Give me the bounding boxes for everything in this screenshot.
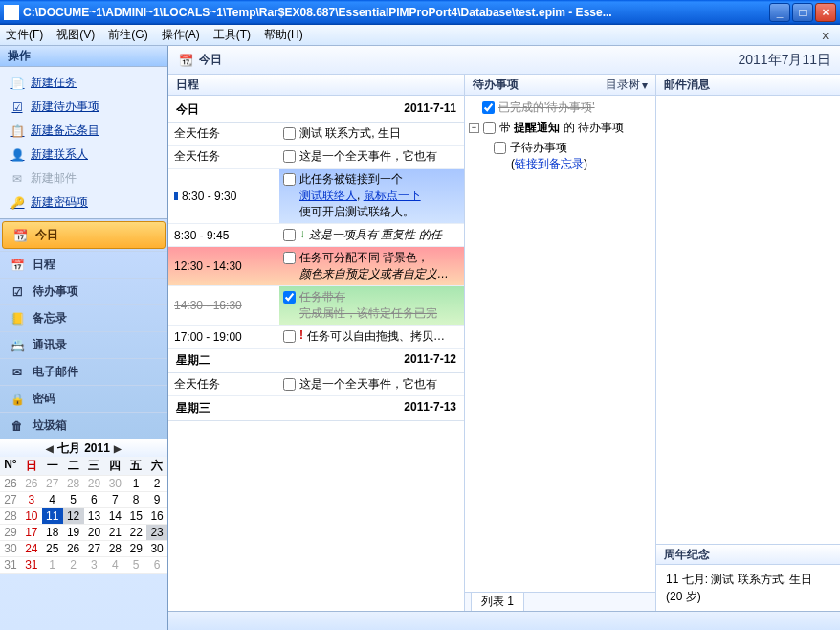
page-date: 2011年7月11日 (738, 52, 830, 69)
close-button[interactable]: × (815, 3, 836, 22)
cal-day[interactable]: 1 (125, 476, 146, 492)
cal-day[interactable]: 26 (63, 541, 84, 557)
row6-checkbox[interactable] (283, 291, 296, 304)
nav-password[interactable]: 🔒密码 (0, 385, 167, 412)
cal-day[interactable]: 30 (146, 541, 167, 557)
note-link[interactable]: 链接到备忘录 (515, 157, 584, 170)
click-link[interactable]: 鼠标点一下 (364, 189, 421, 202)
op-new-task[interactable]: 📄新建任务 (0, 71, 167, 95)
cal-day[interactable]: 10 (21, 508, 42, 525)
cal-next-icon[interactable]: ▶ (114, 443, 122, 454)
cal-day[interactable]: 29 (84, 476, 105, 492)
row5-checkbox[interactable] (283, 252, 296, 264)
todo-header: 待办事项目录树▾ (465, 75, 655, 96)
cal-day[interactable]: 13 (84, 508, 105, 525)
todo-icon: ☑ (10, 100, 25, 115)
cal-day[interactable]: 26 (21, 476, 42, 492)
cal-day[interactable]: 28 (63, 476, 84, 492)
row4-checkbox[interactable] (283, 229, 296, 241)
menu-go[interactable]: 前往(G) (108, 27, 147, 43)
maximize-button[interactable]: □ (792, 3, 813, 22)
op-new-note[interactable]: 📋新建备忘条目 (0, 119, 167, 143)
nav-notes[interactable]: 📒备忘录 (0, 304, 167, 331)
todo-done-checkbox[interactable] (482, 101, 495, 114)
cal-day[interactable]: 3 (21, 492, 42, 508)
cal-day[interactable]: 17 (21, 525, 42, 541)
tue-row-checkbox[interactable] (283, 378, 296, 391)
cal-day[interactable]: 28 (104, 541, 125, 557)
cal-day[interactable]: 31 (21, 557, 42, 574)
cal-day[interactable]: 25 (42, 541, 63, 557)
cal-day[interactable]: 6 (84, 492, 105, 508)
cal-day[interactable]: 1 (42, 557, 63, 574)
cal-day[interactable]: 2 (146, 476, 167, 492)
cal-day[interactable]: 12 (63, 508, 84, 525)
cal-day[interactable]: 16 (146, 508, 167, 525)
nav-trash[interactable]: 🗑垃圾箱 (0, 412, 167, 439)
cal-day[interactable]: 15 (125, 508, 146, 525)
nav-contacts[interactable]: 📇通讯录 (0, 331, 167, 358)
menu-view[interactable]: 视图(V) (56, 27, 95, 43)
nav-email[interactable]: ✉电子邮件 (0, 358, 167, 385)
cal-day[interactable]: 4 (42, 492, 63, 508)
row1-checkbox[interactable] (283, 127, 296, 140)
cal-day[interactable]: 27 (84, 541, 105, 557)
cal-header: 日 (21, 457, 42, 476)
trash-icon: 🗑 (10, 418, 25, 434)
cal-day[interactable]: 7 (104, 492, 125, 508)
cal-day[interactable]: 3 (84, 557, 105, 574)
op-new-password[interactable]: 🔑新建密码项 (0, 191, 167, 214)
cal-day[interactable]: 9 (146, 492, 167, 508)
email-icon: ✉ (10, 365, 25, 380)
calendar-icon: 📅 (10, 258, 25, 273)
cal-day[interactable]: 11 (42, 508, 63, 525)
cal-day[interactable]: 22 (125, 525, 146, 541)
cal-day[interactable]: 5 (125, 557, 146, 574)
todo-view-label[interactable]: 目录树 (606, 77, 640, 93)
cal-day[interactable]: 14 (104, 508, 125, 525)
app-icon (4, 5, 19, 20)
tree-collapse-icon[interactable]: − (469, 123, 479, 133)
cal-day[interactable]: 4 (104, 557, 125, 574)
op-new-todo[interactable]: ☑新建待办事项 (0, 95, 167, 119)
cal-weekno: 27 (0, 492, 21, 508)
contact-link[interactable]: 测试联络人 (299, 189, 357, 202)
cal-year: 2011 (84, 441, 110, 455)
cal-header: 一 (42, 457, 63, 476)
cal-day[interactable]: 8 (125, 492, 146, 508)
cal-weekno: 26 (0, 476, 21, 492)
menu-help[interactable]: 帮助(H) (264, 27, 303, 43)
cal-day[interactable]: 5 (63, 492, 84, 508)
todo-list-tab[interactable]: 列表 1 (471, 593, 524, 612)
todo-child-checkbox[interactable] (494, 142, 506, 154)
op-new-contact[interactable]: 👤新建联系人 (0, 143, 167, 167)
todo-reminder-checkbox[interactable] (483, 122, 496, 134)
menu-tools[interactable]: 工具(T) (213, 27, 251, 43)
row3-checkbox[interactable] (283, 173, 296, 186)
cal-day[interactable]: 27 (42, 476, 63, 492)
menu-file[interactable]: 文件(F) (6, 27, 43, 43)
row7-checkbox[interactable] (283, 330, 296, 343)
menu-operate[interactable]: 操作(A) (162, 27, 200, 43)
cal-day[interactable]: 30 (104, 476, 125, 492)
mini-calendar[interactable]: ◀ 七月 2011 ▶ N°日一二三四五六2626272829301227345… (0, 439, 167, 574)
nav-todo[interactable]: ☑待办事项 (0, 278, 167, 304)
cal-day[interactable]: 18 (42, 525, 63, 541)
cal-day[interactable]: 6 (146, 557, 167, 574)
cal-header: 五 (125, 457, 146, 476)
cal-day[interactable]: 29 (125, 541, 146, 557)
row2-checkbox[interactable] (283, 150, 296, 163)
nav-today[interactable]: 📆今日 (2, 221, 166, 249)
nav-schedule[interactable]: 📅日程 (0, 251, 167, 278)
cal-day[interactable]: 21 (104, 525, 125, 541)
cal-day[interactable]: 23 (146, 525, 167, 541)
cal-day[interactable]: 19 (63, 525, 84, 541)
minimize-button[interactable]: _ (769, 3, 790, 22)
cal-day[interactable]: 24 (21, 541, 42, 557)
dropdown-icon[interactable]: ▾ (642, 79, 648, 92)
cal-prev-icon[interactable]: ◀ (46, 443, 54, 454)
menubar-close-icon[interactable]: x (823, 28, 835, 42)
titlebar[interactable]: C:\DOCUME~1\ADMINI~1\LOCALS~1\Temp\Rar$E… (0, 0, 840, 25)
cal-day[interactable]: 2 (63, 557, 84, 574)
cal-day[interactable]: 20 (84, 525, 105, 541)
